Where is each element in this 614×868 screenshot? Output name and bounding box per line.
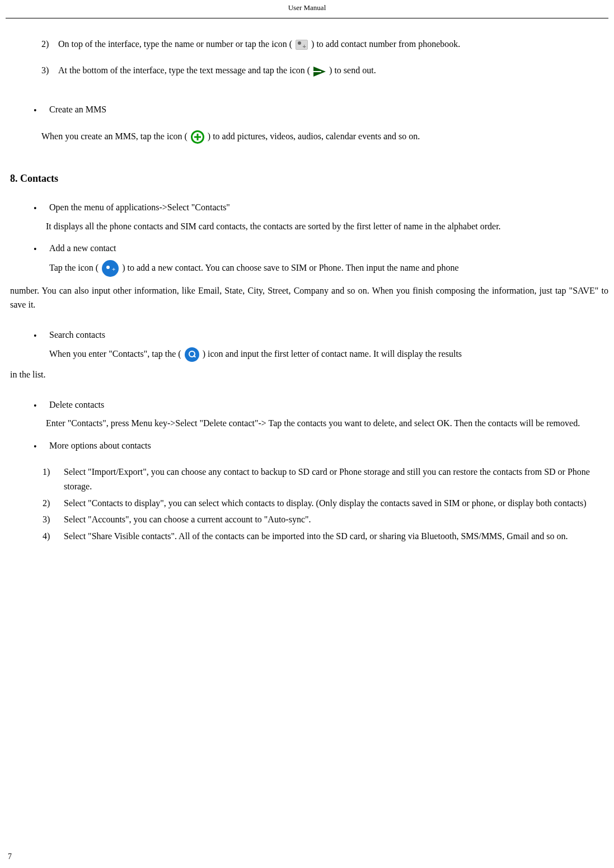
more-option-4: 4) Select "Share Visible contacts". All … (43, 529, 608, 544)
add-contact-icon (296, 40, 308, 50)
bullet-text: Create an MMS (49, 102, 608, 118)
more-option-3: 3) Select "Accounts", you can choose a c… (43, 512, 608, 527)
sms-step-2: 2) On top of the interface, type the nam… (41, 34, 608, 54)
bullet-dot: • (34, 241, 49, 257)
bullet-dot: • (34, 200, 49, 216)
search-icon (185, 347, 199, 362)
bullet-dot: • (34, 438, 49, 454)
bullet-text: Open the menu of applications->Select "C… (49, 200, 608, 216)
text-segment: ) to add a new contact. You can choose s… (122, 263, 458, 272)
more-option-1: 1) Select "Import/Export", you can choos… (43, 465, 608, 493)
send-icon (313, 67, 326, 77)
more-option-2: 2) Select "Contacts to display", you can… (43, 496, 608, 511)
list-marker: 3) (43, 512, 64, 527)
page-header: User Manual (6, 0, 608, 18)
bullet-text: More options about contacts (49, 438, 608, 454)
text-segment: ) icon and input the first letter of con… (203, 349, 462, 358)
list-text: At the bottom of the interface, type the… (58, 60, 608, 80)
search-contacts-continuation: in the list. (10, 367, 608, 382)
bullet-text: Search contacts (49, 328, 608, 343)
text-segment: ) to add contact number from phonebook. (311, 39, 460, 49)
add-contact-continuation: number. You can also input other informa… (10, 284, 608, 312)
add-contact-bullet: • Add a new contact (34, 241, 608, 257)
bullet-dot: • (34, 398, 49, 413)
bullet-dot: • (34, 102, 49, 118)
bullet-text: Delete contacts (49, 398, 608, 413)
page-content: 2) On top of the interface, type the nam… (6, 34, 608, 543)
text-segment: At the bottom of the interface, type the… (58, 65, 310, 75)
search-contacts-line: When you enter "Contacts", tap the ( ) i… (49, 347, 608, 362)
list-marker: 2) (41, 34, 58, 54)
bullet-dot: • (34, 328, 49, 343)
text-segment: When you create an MMS, tap the icon ( (41, 131, 188, 141)
list-text: Select "Import/Export", you can choose a… (64, 465, 608, 493)
create-mms-bullet: • Create an MMS (34, 102, 608, 118)
list-text: Select "Contacts to display", you can se… (64, 496, 608, 511)
plus-circle-icon (191, 130, 204, 144)
list-marker: 3) (41, 60, 58, 80)
add-contact-line: Tap the icon ( ) to add a new contact. Y… (49, 260, 608, 277)
list-marker: 2) (43, 496, 64, 511)
open-contacts-bullet: • Open the menu of applications->Select … (34, 200, 608, 216)
text-segment: On top of the interface, type the name o… (58, 39, 292, 49)
list-marker: 1) (43, 465, 64, 493)
section-contacts-title: 8. Contacts (10, 171, 608, 187)
delete-contacts-bullet: • Delete contacts (34, 398, 608, 413)
search-contacts-bullet: • Search contacts (34, 328, 608, 343)
list-text: On top of the interface, type the name o… (58, 34, 608, 54)
text-segment: ) to add pictures, videos, audios, calen… (208, 131, 420, 141)
list-text: Select "Share Visible contacts". All of … (64, 529, 608, 544)
sms-step-3: 3) At the bottom of the interface, type … (41, 60, 608, 80)
text-segment: Tap the icon ( (49, 263, 99, 272)
add-person-icon (102, 260, 119, 277)
list-marker: 4) (43, 529, 64, 544)
delete-contacts-desc: Enter "Contacts", press Menu key->Select… (30, 416, 608, 431)
list-text: Select "Accounts", you can choose a curr… (64, 512, 608, 527)
open-contacts-desc: It displays all the phone contacts and S… (30, 219, 608, 234)
text-segment: When you enter "Contacts", tap the ( (49, 349, 181, 358)
bullet-text: Add a new contact (49, 241, 608, 257)
mms-description: When you create an MMS, tap the icon ( )… (41, 129, 608, 144)
text-segment: ) to send out. (329, 65, 376, 75)
more-options-bullet: • More options about contacts (34, 438, 608, 454)
